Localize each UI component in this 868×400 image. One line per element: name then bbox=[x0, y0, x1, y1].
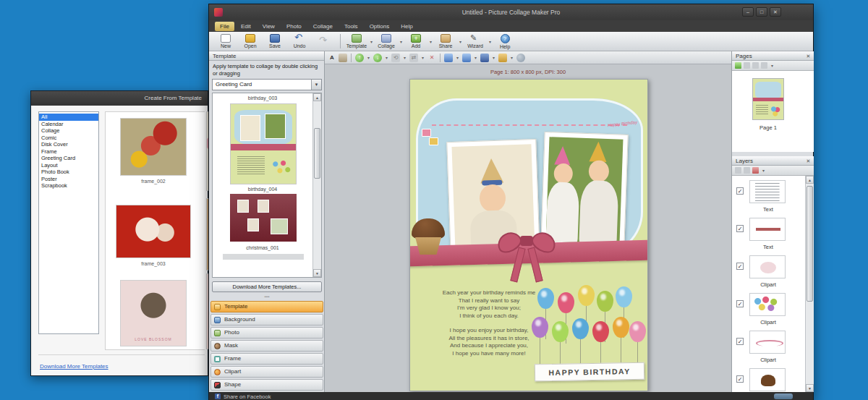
panel-splitter[interactable]: •••• bbox=[212, 295, 322, 299]
category-item-layout[interactable]: Layout bbox=[39, 162, 98, 169]
menu-file[interactable]: File bbox=[215, 22, 234, 31]
minimize-button[interactable]: – bbox=[742, 7, 754, 17]
visibility-checkbox[interactable]: ✓ bbox=[736, 375, 744, 383]
category-item-poster[interactable]: Poster bbox=[39, 176, 98, 183]
flip-dropdown-arrow[interactable]: ▾ bbox=[422, 55, 424, 60]
maximize-button[interactable]: □ bbox=[756, 7, 767, 17]
scroll-down-icon[interactable]: ▼ bbox=[806, 384, 814, 392]
bow-clipart[interactable] bbox=[495, 224, 561, 293]
wizard-dropdown-arrow[interactable]: ▾ bbox=[489, 39, 491, 44]
delete-icon[interactable]: ✕ bbox=[427, 54, 436, 62]
close-icon[interactable]: ✕ bbox=[805, 53, 812, 59]
rotate-icon[interactable]: ⟲ bbox=[391, 54, 400, 62]
add-page-icon[interactable] bbox=[735, 62, 741, 69]
template-button[interactable]: Template bbox=[344, 34, 369, 48]
move-up-icon[interactable]: ↑ bbox=[355, 54, 364, 62]
frame_003-thumbnail[interactable] bbox=[116, 205, 191, 258]
frame_002-thumbnail[interactable] bbox=[120, 118, 187, 176]
visibility-checkbox[interactable]: ✓ bbox=[736, 263, 744, 270]
preview-icon[interactable] bbox=[516, 54, 525, 62]
category-item-comic[interactable]: Comic bbox=[39, 135, 98, 142]
cupcake-clipart[interactable] bbox=[409, 218, 452, 260]
menu-edit[interactable]: Edit bbox=[236, 22, 256, 31]
menu-options[interactable]: Options bbox=[365, 22, 395, 31]
add-dropdown-arrow[interactable]: ▾ bbox=[430, 39, 432, 44]
tab-background[interactable]: Background bbox=[210, 314, 323, 325]
select-tool-icon[interactable] bbox=[339, 54, 347, 62]
chevron-down-icon[interactable]: ▼ bbox=[311, 80, 321, 90]
category-item-collage[interactable]: Collage bbox=[39, 127, 98, 135]
save-button[interactable]: Save bbox=[263, 34, 287, 48]
template-dropdown-arrow[interactable]: ▾ bbox=[370, 39, 373, 44]
delete-layer-icon[interactable] bbox=[752, 167, 759, 174]
scroll-down-icon[interactable]: ▼ bbox=[313, 269, 321, 277]
close-button[interactable]: ✕ bbox=[770, 7, 781, 17]
layers-options-arrow[interactable]: ▾ bbox=[762, 168, 765, 173]
template-thumbnail-birthday[interactable] bbox=[230, 103, 297, 184]
layer-up-icon[interactable] bbox=[735, 167, 741, 174]
template-thumbnail[interactable]: frame_003 bbox=[113, 205, 194, 266]
group-dropdown-arrow[interactable]: ▾ bbox=[493, 55, 495, 60]
collage-dropdown-arrow[interactable]: ▾ bbox=[400, 39, 402, 44]
tab-photo[interactable]: Photo bbox=[210, 327, 323, 339]
align-icon[interactable] bbox=[444, 54, 453, 62]
tab-mask[interactable]: Mask bbox=[210, 340, 323, 352]
share-dropdown-arrow[interactable]: ▾ bbox=[459, 39, 461, 44]
tab-frame[interactable]: Frame bbox=[210, 353, 323, 365]
category-item-all[interactable]: All bbox=[39, 114, 98, 121]
category-item-frame[interactable]: Frame bbox=[39, 148, 98, 156]
move-page-right-icon[interactable] bbox=[761, 62, 767, 69]
statusbar-grip[interactable] bbox=[774, 393, 793, 399]
redo-button[interactable]: ↷ bbox=[312, 37, 336, 46]
open-button[interactable]: Open bbox=[238, 34, 263, 48]
scrollbar-handle[interactable] bbox=[807, 186, 813, 302]
dialog-titlebar[interactable]: Create From Template bbox=[31, 91, 208, 106]
move-down-icon[interactable]: ↓ bbox=[373, 54, 382, 62]
layers-scrollbar[interactable]: ▲ ▼ bbox=[805, 176, 814, 392]
add-button[interactable]: + Add bbox=[404, 34, 428, 48]
align-dropdown-arrow[interactable]: ▾ bbox=[456, 55, 459, 60]
share-button[interactable]: Share bbox=[433, 34, 458, 48]
grid-dropdown-arrow[interactable]: ▾ bbox=[511, 55, 513, 60]
distribute-icon[interactable] bbox=[462, 54, 471, 62]
menu-view[interactable]: View bbox=[258, 22, 280, 31]
help-button[interactable]: ? Help bbox=[493, 34, 517, 49]
template-thumbnail[interactable]: frame_002 bbox=[113, 118, 194, 184]
scrollbar-handle[interactable] bbox=[314, 128, 320, 179]
move-down-dropdown-arrow[interactable]: ▾ bbox=[386, 55, 388, 60]
visibility-checkbox[interactable]: ✓ bbox=[736, 300, 744, 307]
flip-icon[interactable]: ⇄ bbox=[409, 54, 418, 62]
titlebar[interactable]: Untitled - Picture Collage Maker Pro – □… bbox=[209, 4, 813, 20]
category-item-photo-book[interactable]: Photo Book bbox=[39, 169, 98, 176]
grid-icon[interactable] bbox=[498, 54, 507, 62]
template-item-label[interactable]: christmas_001 bbox=[213, 245, 312, 250]
template-category-list[interactable]: All Calendar Collage Comic Disk Cover Fr… bbox=[38, 111, 99, 334]
group-icon[interactable] bbox=[480, 54, 489, 62]
share-on-facebook-link[interactable]: Share on Facebook bbox=[224, 393, 271, 400]
collage-button[interactable]: Collage bbox=[374, 34, 399, 48]
close-icon[interactable]: ✕ bbox=[805, 158, 812, 164]
menu-collage[interactable]: Collage bbox=[308, 22, 338, 31]
menu-tools[interactable]: Tools bbox=[339, 22, 363, 31]
scroll-up-icon[interactable]: ▲ bbox=[313, 93, 321, 101]
template-thumbnail-christmas[interactable] bbox=[230, 194, 297, 242]
scroll-up-icon[interactable]: ▲ bbox=[806, 176, 814, 184]
visibility-checkbox[interactable]: ✓ bbox=[736, 225, 744, 232]
template-thumbnail[interactable]: LOVE BLOSSOM bbox=[113, 280, 194, 346]
love-blossom-thumbnail[interactable]: LOVE BLOSSOM bbox=[120, 280, 187, 346]
tab-shape[interactable]: Shape bbox=[210, 379, 323, 391]
template-item-label[interactable]: birthday_004 bbox=[213, 187, 312, 192]
template-list-scrollbar[interactable]: ▲ ▼ bbox=[312, 93, 321, 277]
download-more-templates-link[interactable]: Download More Templates bbox=[40, 363, 109, 370]
new-button[interactable]: New bbox=[213, 34, 238, 48]
menu-help[interactable]: Help bbox=[396, 22, 417, 31]
visibility-checkbox[interactable]: ✓ bbox=[736, 338, 744, 345]
wizard-button[interactable]: ✎ Wizard bbox=[463, 34, 488, 48]
visibility-checkbox[interactable]: ✓ bbox=[736, 187, 744, 195]
tab-template[interactable]: Template bbox=[210, 301, 323, 312]
happy-birthday-banner[interactable]: HAPPY BIRTHDAY bbox=[535, 362, 644, 382]
template-list[interactable]: birthday_003 birthday_004 bbox=[212, 93, 322, 278]
delete-page-icon[interactable] bbox=[744, 62, 750, 69]
pages-options-arrow[interactable]: ▾ bbox=[771, 63, 773, 68]
partial-template-item[interactable] bbox=[223, 254, 304, 260]
